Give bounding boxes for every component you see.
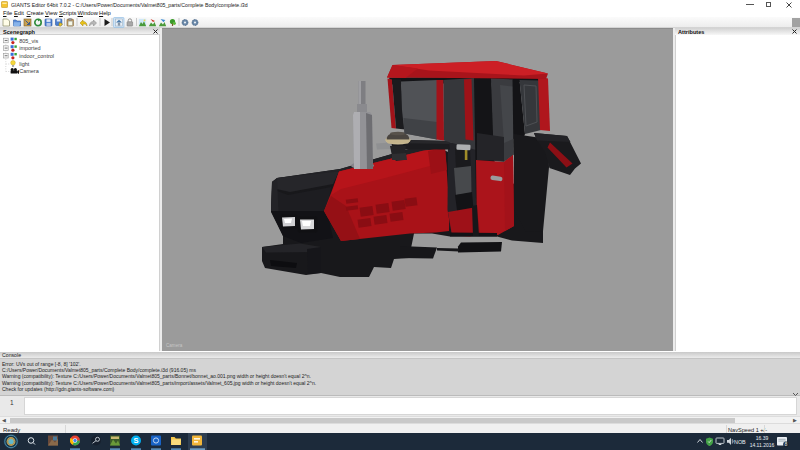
- svg-text:S: S: [133, 436, 138, 445]
- svg-text:8: 8: [785, 441, 788, 447]
- svg-text:Camera: Camera: [166, 343, 183, 348]
- svg-text:14.11.2016: 14.11.2016: [750, 442, 775, 448]
- svg-text:16.39: 16.39: [756, 435, 769, 441]
- svg-text:NOB: NOB: [734, 439, 746, 445]
